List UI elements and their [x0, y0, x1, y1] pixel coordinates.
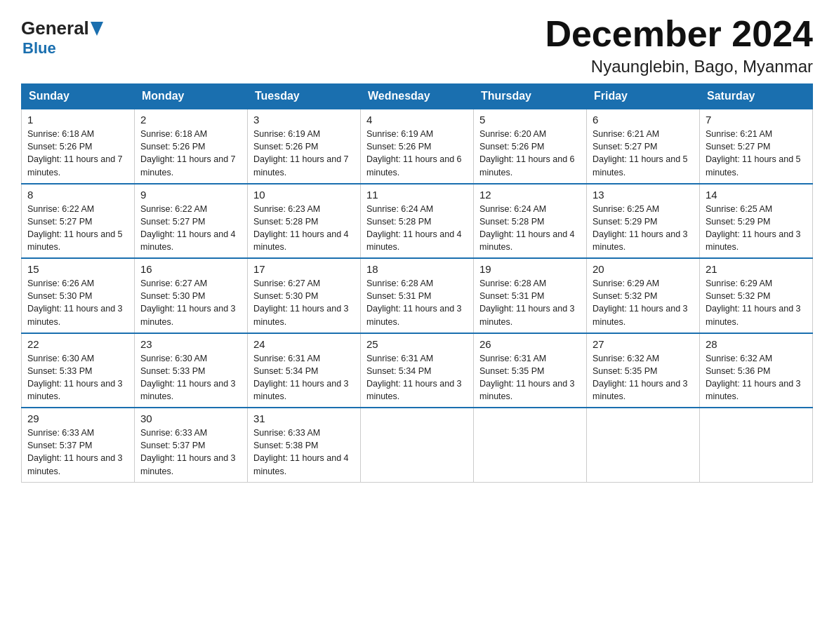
col-wednesday: Wednesday — [361, 84, 474, 109]
table-row: 6 Sunrise: 6:21 AM Sunset: 5:27 PM Dayli… — [587, 109, 700, 184]
table-row: 5 Sunrise: 6:20 AM Sunset: 5:26 PM Dayli… — [474, 109, 587, 184]
table-row: 25 Sunrise: 6:31 AM Sunset: 5:34 PM Dayl… — [361, 333, 474, 408]
day-info: Sunrise: 6:31 AM Sunset: 5:34 PM Dayligh… — [366, 352, 468, 403]
table-row: 10 Sunrise: 6:23 AM Sunset: 5:28 PM Dayl… — [248, 184, 361, 259]
day-number: 25 — [366, 338, 468, 350]
day-info: Sunrise: 6:21 AM Sunset: 5:27 PM Dayligh… — [706, 128, 807, 179]
day-info: Sunrise: 6:20 AM Sunset: 5:26 PM Dayligh… — [479, 128, 581, 179]
day-info: Sunrise: 6:30 AM Sunset: 5:33 PM Dayligh… — [27, 352, 128, 403]
table-row: 26 Sunrise: 6:31 AM Sunset: 5:35 PM Dayl… — [474, 333, 587, 408]
day-number: 19 — [479, 263, 581, 275]
table-row: 20 Sunrise: 6:29 AM Sunset: 5:32 PM Dayl… — [587, 258, 700, 333]
table-row: 4 Sunrise: 6:19 AM Sunset: 5:26 PM Dayli… — [361, 109, 474, 184]
table-row: 23 Sunrise: 6:30 AM Sunset: 5:33 PM Dayl… — [135, 333, 248, 408]
table-row: 29 Sunrise: 6:33 AM Sunset: 5:37 PM Dayl… — [22, 408, 135, 482]
table-row: 19 Sunrise: 6:28 AM Sunset: 5:31 PM Dayl… — [474, 258, 587, 333]
table-row: 15 Sunrise: 6:26 AM Sunset: 5:30 PM Dayl… — [22, 258, 135, 333]
day-number: 1 — [27, 114, 128, 126]
day-info: Sunrise: 6:18 AM Sunset: 5:26 PM Dayligh… — [27, 128, 128, 179]
table-row: 24 Sunrise: 6:31 AM Sunset: 5:34 PM Dayl… — [248, 333, 361, 408]
table-row: 30 Sunrise: 6:33 AM Sunset: 5:37 PM Dayl… — [135, 408, 248, 482]
day-info: Sunrise: 6:26 AM Sunset: 5:30 PM Dayligh… — [27, 277, 128, 328]
day-info: Sunrise: 6:32 AM Sunset: 5:35 PM Dayligh… — [593, 352, 694, 403]
day-number: 3 — [253, 114, 355, 126]
table-row: 14 Sunrise: 6:25 AM Sunset: 5:29 PM Dayl… — [700, 184, 813, 259]
table-row: 16 Sunrise: 6:27 AM Sunset: 5:30 PM Dayl… — [135, 258, 248, 333]
day-number: 18 — [366, 263, 468, 275]
page-header: General Blue December 2024 Nyaunglebin, … — [21, 14, 813, 76]
calendar-header-row: Sunday Monday Tuesday Wednesday Thursday… — [22, 84, 813, 109]
day-info: Sunrise: 6:22 AM Sunset: 5:27 PM Dayligh… — [27, 203, 128, 254]
day-number: 12 — [479, 189, 581, 201]
day-info: Sunrise: 6:30 AM Sunset: 5:33 PM Dayligh… — [140, 352, 241, 403]
day-number: 24 — [253, 338, 355, 350]
title-block: December 2024 Nyaunglebin, Bago, Myanmar — [545, 14, 813, 76]
day-info: Sunrise: 6:27 AM Sunset: 5:30 PM Dayligh… — [253, 277, 355, 328]
day-info: Sunrise: 6:27 AM Sunset: 5:30 PM Dayligh… — [140, 277, 241, 328]
day-info: Sunrise: 6:32 AM Sunset: 5:36 PM Dayligh… — [706, 352, 807, 403]
day-number: 11 — [366, 189, 468, 201]
table-row — [700, 408, 813, 482]
day-number: 8 — [27, 189, 128, 201]
day-number: 14 — [706, 189, 807, 201]
col-monday: Monday — [135, 84, 248, 109]
day-info: Sunrise: 6:31 AM Sunset: 5:35 PM Dayligh… — [479, 352, 581, 403]
day-number: 31 — [253, 412, 355, 424]
calendar-week-row: 22 Sunrise: 6:30 AM Sunset: 5:33 PM Dayl… — [22, 333, 813, 408]
day-info: Sunrise: 6:28 AM Sunset: 5:31 PM Dayligh… — [479, 277, 581, 328]
day-number: 15 — [27, 263, 128, 275]
day-number: 4 — [366, 114, 468, 126]
day-number: 29 — [27, 412, 128, 424]
day-number: 10 — [253, 189, 355, 201]
day-number: 7 — [706, 114, 807, 126]
day-info: Sunrise: 6:25 AM Sunset: 5:29 PM Dayligh… — [593, 203, 694, 254]
table-row: 9 Sunrise: 6:22 AM Sunset: 5:27 PM Dayli… — [135, 184, 248, 259]
day-number: 23 — [140, 338, 241, 350]
day-info: Sunrise: 6:33 AM Sunset: 5:37 PM Dayligh… — [27, 427, 128, 478]
logo-blue: Blue — [22, 39, 56, 57]
logo-triangle-icon — [89, 22, 105, 36]
calendar-week-row: 15 Sunrise: 6:26 AM Sunset: 5:30 PM Dayl… — [22, 258, 813, 333]
day-info: Sunrise: 6:25 AM Sunset: 5:29 PM Dayligh… — [706, 203, 807, 254]
day-number: 16 — [140, 263, 241, 275]
table-row: 12 Sunrise: 6:24 AM Sunset: 5:28 PM Dayl… — [474, 184, 587, 259]
table-row — [361, 408, 474, 482]
day-info: Sunrise: 6:24 AM Sunset: 5:28 PM Dayligh… — [479, 203, 581, 254]
table-row — [474, 408, 587, 482]
day-number: 27 — [593, 338, 694, 350]
table-row: 1 Sunrise: 6:18 AM Sunset: 5:26 PM Dayli… — [22, 109, 135, 184]
calendar-table: Sunday Monday Tuesday Wednesday Thursday… — [21, 83, 813, 483]
day-info: Sunrise: 6:23 AM Sunset: 5:28 PM Dayligh… — [253, 203, 355, 254]
day-number: 2 — [140, 114, 241, 126]
table-row: 11 Sunrise: 6:24 AM Sunset: 5:28 PM Dayl… — [361, 184, 474, 259]
day-info: Sunrise: 6:21 AM Sunset: 5:27 PM Dayligh… — [593, 128, 694, 179]
table-row: 31 Sunrise: 6:33 AM Sunset: 5:38 PM Dayl… — [248, 408, 361, 482]
table-row: 27 Sunrise: 6:32 AM Sunset: 5:35 PM Dayl… — [587, 333, 700, 408]
day-info: Sunrise: 6:22 AM Sunset: 5:27 PM Dayligh… — [140, 203, 241, 254]
day-number: 26 — [479, 338, 581, 350]
table-row: 7 Sunrise: 6:21 AM Sunset: 5:27 PM Dayli… — [700, 109, 813, 184]
table-row — [587, 408, 700, 482]
day-number: 30 — [140, 412, 241, 424]
calendar-week-row: 8 Sunrise: 6:22 AM Sunset: 5:27 PM Dayli… — [22, 184, 813, 259]
table-row: 22 Sunrise: 6:30 AM Sunset: 5:33 PM Dayl… — [22, 333, 135, 408]
day-info: Sunrise: 6:19 AM Sunset: 5:26 PM Dayligh… — [366, 128, 468, 179]
day-number: 21 — [706, 263, 807, 275]
day-info: Sunrise: 6:24 AM Sunset: 5:28 PM Dayligh… — [366, 203, 468, 254]
day-number: 9 — [140, 189, 241, 201]
day-info: Sunrise: 6:19 AM Sunset: 5:26 PM Dayligh… — [253, 128, 355, 179]
col-friday: Friday — [587, 84, 700, 109]
table-row: 28 Sunrise: 6:32 AM Sunset: 5:36 PM Dayl… — [700, 333, 813, 408]
col-saturday: Saturday — [700, 84, 813, 109]
day-number: 5 — [479, 114, 581, 126]
page-subtitle: Nyaunglebin, Bago, Myanmar — [545, 57, 813, 76]
day-number: 6 — [593, 114, 694, 126]
day-number: 22 — [27, 338, 128, 350]
table-row: 8 Sunrise: 6:22 AM Sunset: 5:27 PM Dayli… — [22, 184, 135, 259]
table-row: 3 Sunrise: 6:19 AM Sunset: 5:26 PM Dayli… — [248, 109, 361, 184]
table-row: 18 Sunrise: 6:28 AM Sunset: 5:31 PM Dayl… — [361, 258, 474, 333]
calendar-week-row: 1 Sunrise: 6:18 AM Sunset: 5:26 PM Dayli… — [22, 109, 813, 184]
calendar-week-row: 29 Sunrise: 6:33 AM Sunset: 5:37 PM Dayl… — [22, 408, 813, 482]
day-number: 28 — [706, 338, 807, 350]
day-info: Sunrise: 6:28 AM Sunset: 5:31 PM Dayligh… — [366, 277, 468, 328]
